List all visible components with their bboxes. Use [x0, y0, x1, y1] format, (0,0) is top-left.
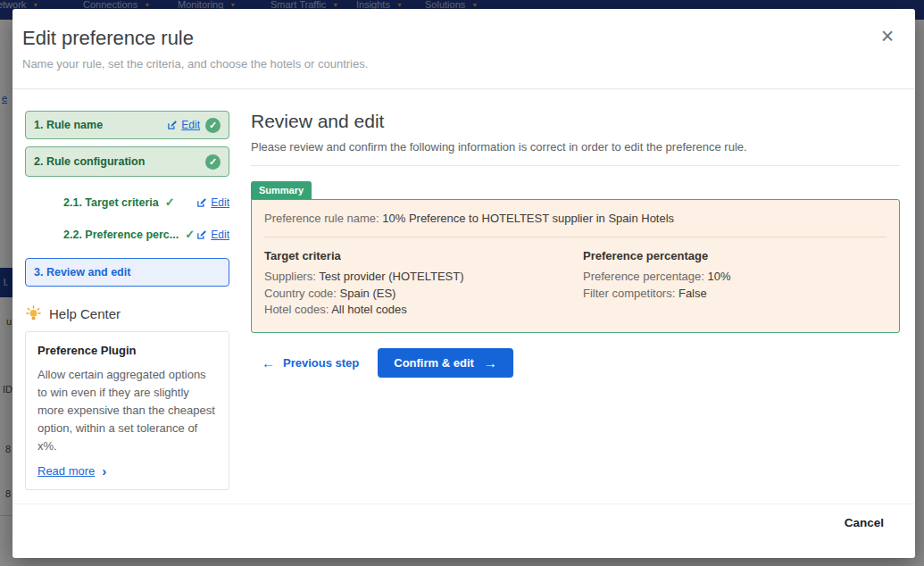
preference-percentage-label: Preference percentage: — [583, 270, 704, 283]
substep-target-criteria: 2.1. Target criteria ✓ Edit — [63, 196, 229, 209]
target-criteria-heading: Target criteria — [264, 249, 583, 262]
country-code-value: Spain (ES) — [340, 287, 396, 300]
step-review-and-edit[interactable]: 3. Review and edit — [25, 258, 229, 287]
step-label: 3. Review and edit — [34, 266, 130, 279]
hotel-codes-label: Hotel codes: — [264, 303, 329, 316]
edit-target-criteria-link[interactable]: Edit — [196, 196, 229, 209]
help-card-title: Preference Plugin — [37, 344, 217, 357]
chevron-right-icon: › — [102, 465, 106, 477]
hotel-codes-value: All hotel codes — [331, 303, 407, 316]
lightbulb-icon — [25, 305, 42, 322]
step-rule-configuration[interactable]: 2. Rule configuration ✓ — [25, 146, 229, 177]
help-card-preference-plugin: Preference Plugin Allow certain aggregat… — [25, 331, 229, 490]
previous-step-button[interactable]: ← Previous step — [262, 355, 359, 370]
substep-preference-percentage: 2.2. Preference perc... ✓ Edit — [63, 228, 229, 241]
substep-label: 2.2. Preference perc... — [63, 229, 179, 241]
review-heading: Review and edit — [251, 111, 900, 132]
section-divider — [251, 165, 900, 166]
rule-name-label: Preference rule name: — [264, 212, 379, 225]
rule-name-row: Preference rule name: 10% Preference to … — [264, 212, 887, 225]
filter-competitors-label: Filter competitors: — [583, 287, 675, 300]
preference-percentage-heading: Preference percentage — [583, 249, 887, 262]
hotel-codes-row: Hotel codes: All hotel codes — [264, 302, 583, 319]
target-criteria-section: Target criteria Suppliers: Test provider… — [264, 249, 583, 319]
step-complete-check-icon: ✓ — [205, 118, 221, 133]
edit-link-label: Edit — [211, 229, 229, 241]
step-label: 2. Rule configuration — [34, 155, 145, 168]
step-label: 1. Rule name — [34, 119, 103, 131]
substep-label: 2.1. Target criteria — [63, 196, 159, 209]
step-complete-check-icon: ✓ — [205, 154, 221, 170]
close-icon[interactable]: × — [875, 23, 900, 48]
suppliers-value: Test provider (HOTELTEST) — [319, 270, 463, 283]
help-card-body: Allow certain aggregated options to win … — [37, 366, 217, 455]
steps-sidebar: 1. Rule name Edit ✓ 2. Rule configuratio… — [12, 89, 241, 504]
confirm-label: Confirm & edit — [394, 356, 474, 370]
help-center-header: Help Center — [25, 305, 229, 322]
substep-check-icon: ✓ — [165, 196, 175, 209]
filter-competitors-row: Filter competitors: False — [583, 286, 887, 303]
suppliers-row: Suppliers: Test provider (HOTELTEST) — [264, 269, 583, 286]
filter-competitors-value: False — [678, 287, 707, 300]
edit-link-label: Edit — [211, 196, 229, 209]
previous-step-label: Previous step — [283, 356, 359, 370]
dialog-subtitle: Name your rule, set the criteria, and ch… — [22, 57, 368, 71]
summary-divider — [264, 237, 887, 237]
review-description: Please review and confirm the following … — [251, 140, 900, 154]
preference-percentage-section: Preference percentage Preference percent… — [583, 249, 887, 319]
rule-name-value: 10% Preference to HOTELTEST supplier in … — [382, 212, 674, 225]
dialog-body: 1. Rule name Edit ✓ 2. Rule configuratio… — [12, 89, 915, 504]
read-more-link[interactable]: Read more › — [37, 464, 217, 478]
substep-check-icon: ✓ — [185, 228, 195, 241]
edit-pencil-icon — [196, 229, 207, 240]
edit-link-label: Edit — [181, 119, 200, 131]
review-panel: Review and edit Please review and confir… — [241, 89, 915, 504]
country-code-row: Country code: Spain (ES) — [264, 286, 583, 303]
dialog-title: Edit preference rule — [22, 27, 194, 50]
read-more-label: Read more — [37, 464, 95, 478]
arrow-left-icon: ← — [262, 355, 275, 370]
summary-tab: Summary — [251, 181, 312, 199]
summary-box: Preference rule name: 10% Preference to … — [251, 199, 900, 333]
edit-pencil-icon — [167, 120, 178, 130]
confirm-and-edit-button[interactable]: Confirm & edit → — [378, 348, 513, 378]
edit-preference-percentage-link[interactable]: Edit — [196, 229, 229, 241]
edit-rule-name-link[interactable]: Edit — [167, 119, 200, 131]
edit-preference-rule-dialog: Edit preference rule Name your rule, set… — [12, 9, 915, 558]
dialog-footer: Cancel — [12, 504, 915, 558]
dialog-header: Edit preference rule Name your rule, set… — [12, 9, 915, 88]
suppliers-label: Suppliers: — [264, 270, 316, 283]
cancel-button[interactable]: Cancel — [845, 516, 884, 529]
step-rule-name[interactable]: 1. Rule name Edit ✓ — [25, 111, 229, 139]
help-center-title: Help Center — [49, 306, 121, 321]
preference-percentage-value: 10% — [708, 270, 731, 283]
arrow-right-icon: → — [484, 355, 497, 370]
preference-percentage-row: Preference percentage: 10% — [583, 269, 887, 286]
country-code-label: Country code: — [264, 287, 337, 300]
edit-pencil-icon — [196, 197, 207, 208]
actions-row: ← Previous step Confirm & edit → — [251, 348, 900, 378]
